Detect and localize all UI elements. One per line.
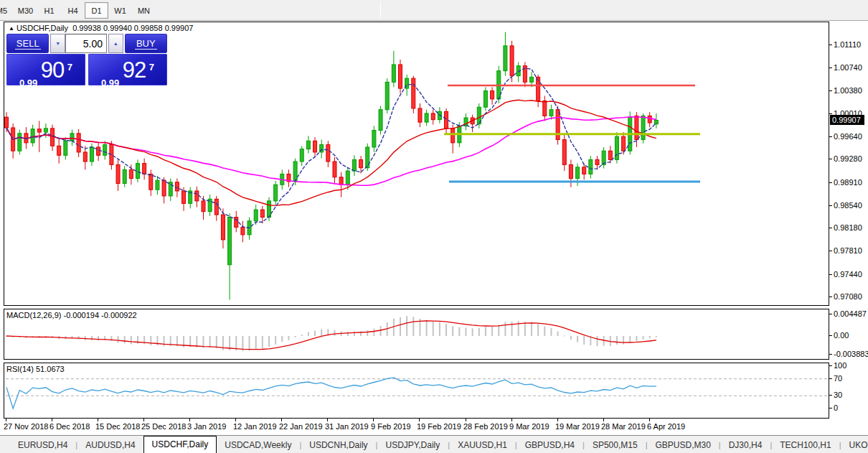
sell-quote-button[interactable]: 0.99 90 7 [6,54,85,85]
tab-uko[interactable]: UKO [841,438,868,453]
price-tick-label: 0.99640 [834,132,862,141]
sell-price-big: 90 [41,57,64,83]
tab-usdchf-daily[interactable]: USDCHF,Daily [143,436,217,453]
scale-tick-mark [829,274,832,275]
scale-tick-mark [829,159,832,159]
rsi-tick-label: 30 [834,391,842,399]
tab-eurusd-h4[interactable]: EURUSD,H4 [10,438,75,453]
current-price-tag: 0.99907 [830,115,864,125]
price-tick-label: 0.97440 [834,270,862,279]
tab-gbpusd-m30[interactable]: GBPUSD,M30 [647,438,718,453]
date-tick-label: 25 Dec 2018 [141,422,186,431]
scale-tick-mark [829,67,832,68]
date-tick-label: 6 Apr 2019 [647,422,685,431]
tab-usdcnh-daily[interactable]: USDCNH,Daily [301,438,375,453]
date-tick-mark [327,419,328,421]
timeframe-button-m5[interactable]: M5 [0,2,14,19]
sell-price-pip: 7 [67,62,72,73]
price-tick-label: 0.98540 [834,201,862,210]
date-tick-label: 9 Mar 2019 [509,422,549,431]
price-tick-label: 1.00380 [834,86,862,95]
chart-tab-bar: EURUSD,H4|AUDUSD,H4USDCHF,DailyUSDCAD,We… [0,435,868,453]
rsi-pane[interactable] [4,363,829,419]
price-tick-label: 0.97810 [834,246,862,255]
scale-tick-mark [829,395,832,396]
scale-tick-mark [829,136,832,137]
date-tick-label: 15 Dec 2018 [95,422,140,431]
scale-tick-mark [829,314,832,314]
rsi-tick-label: 0 [834,403,838,412]
spin-up-icon: ▴ [114,40,117,47]
timeframe-buttons: M5M30H1H4D1W1MN [0,2,156,19]
date-tick-mark [603,419,604,421]
scale-tick-mark [829,365,832,366]
macd-tick-label: -0.003883 [834,350,868,358]
macd-label: MACD(12,26,9) -0.000194 -0.000922 [6,311,137,319]
scale-tick-mark [829,408,832,408]
tab-dj30-h4[interactable]: DJ30,H4 [721,438,770,453]
buy-price-pip: 7 [149,62,154,73]
date-tick-mark [373,419,374,421]
tab-tech100-h1[interactable]: TECH100,H1 [772,438,839,453]
volume-decrease-button[interactable]: ▾ [50,34,65,53]
timeframe-button-d1[interactable]: D1 [85,2,108,19]
price-tick-label: 1.00740 [834,63,862,72]
tab-audusd-h4[interactable]: AUDUSD,H4 [77,438,143,453]
tab-xauusd-h1[interactable]: XAUUSD,H1 [450,438,515,453]
macd-tick-label: 0.00 [834,331,849,340]
macd-tick-label: 0.004487 [834,309,867,318]
price-tick-label: 0.97080 [834,292,862,301]
sell-button[interactable]: SELL [6,34,49,53]
scale-tick-mark [829,90,832,91]
buy-button[interactable]: BUY [125,34,167,53]
up-triangle-icon: ▲ [9,25,14,32]
macd-values: -0.000194 -0.000922 [63,311,136,319]
date-tick-label: 19 Mar 2019 [555,422,600,431]
volume-input[interactable] [65,34,107,53]
scale-tick-mark [829,251,832,251]
date-tick-mark [98,419,98,421]
date-tick-mark [281,419,282,421]
timeframe-toolbar: M5M30H1H4D1W1MN [0,0,868,21]
rsi-tick-label: 100 [834,361,846,370]
rsi-canvas[interactable] [4,363,829,418]
date-tick-label: 12 Jan 2019 [233,422,277,431]
tab-usdjpy-daily[interactable]: USDJPY,Daily [377,438,448,453]
price-tick-label: 0.99280 [834,154,862,163]
date-tick-mark [235,419,236,421]
scale-tick-mark [829,113,832,114]
timeframe-button-h1[interactable]: H1 [37,2,61,19]
rsi-value: 51.0673 [36,365,65,373]
chart-symbol: USDCHF,Daily [16,24,68,32]
volume-increase-button[interactable]: ▴ [108,34,123,53]
date-tick-label: 19 Feb 2019 [417,422,461,431]
tab-gbpusd-h4[interactable]: GBPUSD,H4 [517,438,582,453]
scale-tick-mark [829,182,832,183]
price-tick-label: 0.98910 [834,178,862,187]
sell-price-prefix: 0.99 [19,78,37,88]
buy-price-big: 92 [123,57,146,83]
chart-ohlc-values: 0.99938 0.99940 0.99858 0.99907 [72,24,193,32]
date-tick-mark [189,419,190,421]
timeframe-button-w1[interactable]: W1 [108,2,132,19]
date-tick-mark [143,419,144,421]
timeframe-button-h4[interactable]: H4 [61,2,85,19]
tab-sp500-m15[interactable]: SP500,M15 [585,438,646,453]
tab-usdcad-weekly[interactable]: USDCAD,Weekly [217,438,299,453]
timeframe-button-mn[interactable]: MN [132,2,156,19]
date-tick-label: 22 Jan 2019 [279,422,323,431]
buy-price-prefix: 0.99 [101,78,119,88]
date-tick-mark [466,419,466,421]
date-tick-label: 9 Feb 2019 [371,422,411,431]
date-tick-label: 6 Dec 2018 [49,422,90,431]
date-tick-mark [511,419,512,421]
price-tick-label: 0.98180 [834,223,862,232]
date-tick-mark [557,419,558,421]
chart-title: ▲USDCHF,Daily 0.99938 0.99940 0.99858 0.… [9,24,193,32]
rsi-label: RSI(14) 51.0673 [6,365,65,373]
timeframe-button-m30[interactable]: M30 [14,2,37,19]
one-click-trade-widget: SELL ▾ ▴ BUY 0.99 90 7 0.99 92 7 [6,34,167,85]
buy-quote-button[interactable]: 0.99 92 7 [88,54,167,85]
date-tick-mark [52,419,52,421]
toolbar-separator [380,2,381,18]
